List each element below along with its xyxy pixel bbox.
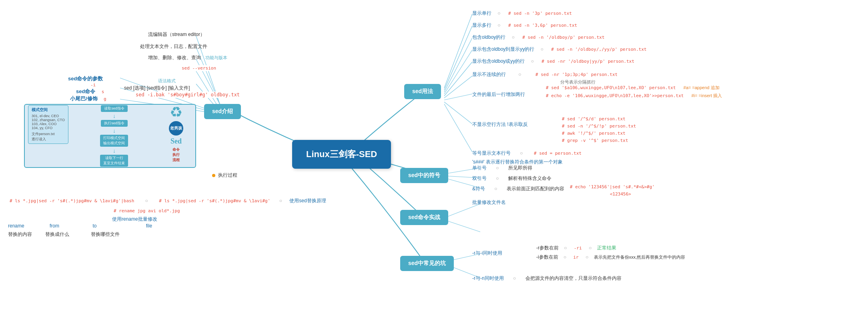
show-discontinuous-label: 显示不连续的行 — [472, 72, 506, 77]
svg-line-8 — [444, 14, 472, 88]
include-oldboy-cmd: # sed -n '/oldboy/p' person.txt — [521, 34, 606, 40]
hide-blank-node: 不显示空行方法 !表示取反 — [472, 121, 528, 128]
equal-show-node: 等号显示文本行号 ○ # sed = person.txt — [472, 150, 583, 157]
r-with-i-node: -r与-i同时使用 — [472, 250, 502, 257]
center-node: Linux三剑客-SED — [292, 140, 391, 169]
single-quote-label: 单引号 — [472, 165, 487, 171]
replace-content: 替换的内容 — [8, 231, 32, 237]
process-label: 处理文本文件，日志，配置文件 — [140, 44, 207, 49]
hide-blank-cmd3: # awk '!/^$/' person.txt — [560, 130, 627, 136]
sed-replace-label: 使用sed替换原理 — [289, 198, 326, 203]
equal-show-label: 等号显示文本行号 — [472, 150, 511, 156]
svg-line-14 — [444, 94, 472, 100]
svg-line-16 — [444, 104, 472, 152]
batch-rename-label: 批量修改文件名 — [472, 199, 506, 205]
rename-cmd-node: # rename jpg avi old*.jpg — [112, 208, 182, 213]
svg-line-9 — [444, 26, 472, 90]
hide-blank-cmd4-node: # grep -v '^$' person.txt — [560, 138, 630, 143]
show-multi-cmd: # sed -n '3,6p' person.txt — [507, 22, 579, 28]
insert-label: #i= =insert 插入 — [692, 93, 722, 98]
r-with-n-label: -r与-n同时使用 — [472, 275, 504, 281]
param-label: sed命令的参数 — [68, 76, 103, 82]
version-cmd: sed --version — [180, 65, 218, 71]
param-s: s — [100, 89, 106, 95]
show-oldboy-yy2-cmd: # sed -nr '/oldboy|yy/p' person.txt — [540, 58, 636, 64]
svg-line-20 — [444, 204, 480, 218]
add-two-label: 文件的最后一行增加两行 — [472, 92, 525, 97]
svg-line-15 — [444, 102, 472, 124]
r-with-n-desc: 会把源文件的内容清空，只显示符合条件内容 — [525, 275, 621, 281]
separator-node: 分号表示分隔抓行 — [560, 79, 595, 85]
i-front-label: -i参数在前 — [536, 254, 558, 260]
branch-sed-intro[interactable]: sed介绍 — [204, 104, 241, 119]
hide-blank-cmd4: # grep -v '^$' person.txt — [560, 138, 630, 144]
show-single-label: 显示单行 — [472, 10, 491, 16]
replace-file: 替换哪些文件 — [91, 231, 120, 237]
syntax-label-node: 语法格式 — [158, 78, 178, 84]
branch-sed-usage[interactable]: sed用法 — [404, 84, 441, 99]
modify-label: 小尾巴/修饰 — [70, 96, 98, 102]
show-oldboy-yy2-label: 显示包含oldboy或yy的行 — [472, 58, 525, 64]
append-label: #a= =append 追加 — [684, 85, 720, 90]
syntax-label: 语法格式 — [158, 78, 176, 83]
svg-line-11 — [444, 50, 472, 94]
batch-cmd1-node: # ls *.jpg|sed -r 's#(.*)jpg#mv & \1avi#… — [8, 197, 326, 204]
exec-process-label: 执行过程 — [218, 172, 237, 178]
svg-line-12 — [444, 62, 472, 96]
ops-node: 增加、删除、修改、查询 功能与版本 — [148, 54, 227, 61]
i-front-desc: 表示先把文件备份xxx,然后再替换文件中的内容 — [594, 255, 686, 259]
show-discontinuous-cmd: # sed -nr '1p;3p;4p' person.txt — [534, 72, 619, 78]
param-g: g — [102, 96, 108, 102]
show-single-node: 显示单行 ○ # sed -n '3p' person.txt — [472, 10, 573, 17]
branch-sed-command[interactable]: sed命令实战 — [400, 210, 448, 225]
rename-from: rename — [8, 223, 24, 229]
add-two-node: 文件的最后一行增加两行 — [472, 91, 525, 98]
show-multi-node: 显示多行 ○ # sed -n '3,6p' person.txt — [472, 22, 579, 29]
rename-label-node: 使用rename批量修改 — [112, 216, 157, 223]
version-label: 功能与版本 — [205, 55, 227, 60]
show-oldboy-yy-cmd: # sed -n '/oldboy/,/yy/p' person.txt — [549, 46, 648, 52]
hide-blank-cmd2: # sed -n '/^$/!p' person.txt — [560, 123, 637, 129]
version-cmd-node: sed --version — [180, 65, 218, 71]
double-quote-desc: 解析有特殊含义命令 — [508, 175, 551, 181]
and-symbol-desc: 表示前面正则匹配到的内容 — [507, 186, 564, 191]
branch-sed-intro-label: sed介绍 — [212, 108, 233, 114]
example-cmd-node: sed -i.bak 's#boy#girl#g' oldboy.txt — [134, 92, 241, 98]
i-front-cmd: ir — [572, 254, 580, 260]
rename-label-text: 使用rename批量修改 — [112, 216, 157, 222]
equal-show-cmd: # sed = person.txt — [532, 150, 583, 156]
show-single-cmd: # sed -n '3p' person.txt — [507, 10, 573, 16]
batch-cmd2: # ls *.jpg|sed -r 's#(.*)jpg#mv & \1avi#… — [157, 198, 272, 204]
and-result: <123456> — [608, 191, 633, 197]
replace-to: 替换成什么 — [45, 231, 69, 237]
branch-sed-pitfall[interactable]: sed中常见的坑 — [400, 256, 454, 271]
add-two-cmd1-node: # sed '$a106,wuxingge,UFO\n107,lee,XO' p… — [544, 85, 720, 91]
show-oldboy-yy2-node: 显示包含oldboy或yy的行 ○ # sed -nr '/oldboy|yy/… — [472, 58, 636, 65]
r-with-i-label: -r与-i同时使用 — [472, 250, 502, 256]
add-two-cmd1: # sed '$a106,wuxingge,UFO\n107,lee,XO' p… — [544, 85, 678, 91]
stream-editor-label: 流编辑器（stream editor） — [148, 32, 205, 37]
r-front-node: -r参数在前 ○ -ri ○ 正常结果 — [536, 245, 616, 251]
r-front-label: -r参数在前 — [536, 245, 559, 251]
hide-blank-cmd1-node: # sed '/^$/d' person.txt — [560, 116, 627, 122]
sed-diagram-box: 模式空间 301, el-dev, CEO 102, zhangsan, CTO… — [24, 104, 196, 168]
hide-blank-cmd2-node: # sed -n '/^$/!p' person.txt — [560, 123, 637, 129]
i-front-node: -i参数在前 ○ ir ○ 表示先把文件备份xxx,然后再替换文件中的内容 — [536, 254, 685, 261]
branch-sed-command-label: sed命令实战 — [408, 214, 440, 220]
separator-label: 分号表示分隔抓行 — [560, 80, 595, 84]
double-quote-node: 双引号 ○ 解析有特殊含义命令 — [472, 175, 551, 182]
and-symbol-node: &符号 ○ 表示前面正则匹配到的内容 — [472, 185, 564, 192]
example-cmd: sed -i.bak 's#boy#girl#g' oldboy.txt — [134, 92, 241, 98]
replace-row-node: 替换的内容 替换成什么 替换哪些文件 — [8, 231, 120, 238]
add-two-cmd2: # echo -e '106,wuxingge,UFO\n107,lee,XO'… — [544, 93, 685, 99]
show-oldboy-yy-node: 显示包含oldboy到显示yy的行 ○ # sed -n '/oldboy/,/… — [472, 46, 648, 53]
rename-to: to — [92, 223, 96, 229]
cmd-label: sed命令 — [76, 88, 95, 94]
modify-label-node: 小尾巴/修饰 g — [70, 95, 108, 102]
single-quote-node: 单引号 ○ 所见即所得 — [472, 165, 532, 171]
hide-blank-cmd3-node: # awk '!/^$/' person.txt — [560, 130, 627, 136]
branch-sed-symbol[interactable]: sed中的符号 — [400, 168, 448, 183]
and-symbol-label: &符号 — [472, 186, 485, 191]
svg-line-13 — [444, 76, 472, 98]
branch-sed-pitfall-label: sed中常见的坑 — [408, 260, 446, 266]
